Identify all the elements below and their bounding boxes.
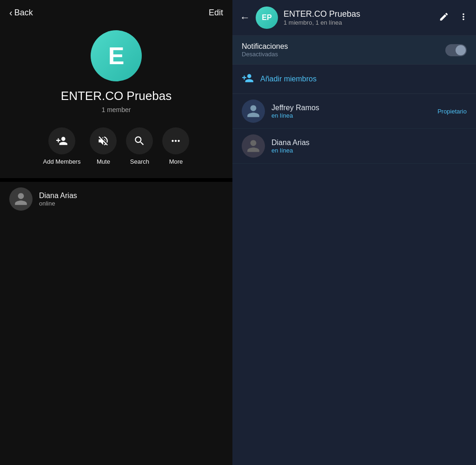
notifications-toggle[interactable] — [445, 44, 467, 56]
add-members-button[interactable]: Add Members — [43, 127, 81, 165]
right-avatar-text: EP — [262, 13, 271, 22]
member-name: Diana Arias — [39, 192, 77, 200]
more-icon — [162, 127, 189, 154]
add-members-label: Añadir miembros — [260, 75, 317, 83]
mute-button[interactable]: Mute — [90, 127, 117, 165]
back-chevron-icon: ‹ — [9, 7, 13, 18]
more-button[interactable]: More — [162, 127, 189, 165]
list-item[interactable]: Diana Arias en línea — [232, 129, 476, 164]
add-members-label: Add Members — [43, 158, 81, 165]
jeffrey-role: Propietario — [437, 108, 467, 115]
jeffrey-avatar — [242, 100, 265, 123]
add-members-row[interactable]: Añadir miembros — [232, 65, 476, 94]
group-avatar: E — [91, 30, 142, 81]
more-label: More — [169, 158, 183, 165]
diana-avatar — [9, 187, 33, 211]
notifications-section: Notificaciones Desactivadas — [232, 35, 476, 65]
jeffrey-name: Jeffrey Ramos — [271, 104, 431, 112]
right-panel: ← EP ENTER.CO Pruebas 1 miembro, 1 en lí… — [232, 0, 476, 465]
avatar-letter: E — [108, 42, 125, 70]
pencil-icon[interactable] — [439, 12, 449, 24]
right-header: ← EP ENTER.CO Pruebas 1 miembro, 1 en lí… — [232, 0, 476, 35]
group-name: ENTER.CO Pruebas — [61, 89, 172, 103]
divider — [0, 178, 232, 182]
left-panel: ‹ Back Edit E ENTER.CO Pruebas 1 member … — [0, 0, 232, 465]
member-status: online — [39, 200, 77, 207]
back-label: Back — [14, 8, 33, 18]
toggle-knob — [456, 45, 466, 55]
search-button[interactable]: Search — [126, 127, 153, 165]
right-header-icons — [439, 12, 469, 24]
jeffrey-status: en línea — [271, 112, 431, 119]
diana-name: Diana Arias — [271, 139, 467, 147]
jeffrey-info: Jeffrey Ramos en línea — [271, 104, 431, 119]
more-vertical-icon[interactable] — [458, 12, 469, 24]
right-group-avatar: EP — [256, 7, 278, 29]
back-arrow-button[interactable]: ← — [240, 12, 250, 24]
edit-button[interactable]: Edit — [209, 8, 223, 18]
diana-avatar-right — [242, 134, 265, 158]
notifications-info: Notificaciones Desactivadas — [242, 42, 288, 58]
notifications-title: Notificaciones — [242, 42, 288, 51]
notifications-sub: Desactivadas — [242, 51, 288, 58]
mute-icon — [90, 127, 117, 154]
list-item[interactable]: Diana Arias online — [0, 182, 232, 216]
mute-label: Mute — [97, 158, 110, 165]
search-icon — [126, 127, 153, 154]
search-label: Search — [130, 158, 149, 165]
member-count: 1 member — [101, 106, 131, 113]
right-group-sub: 1 miembro, 1 en línea — [284, 19, 433, 26]
right-header-info: ENTER.CO Pruebas 1 miembro, 1 en línea — [284, 9, 433, 26]
diana-info: Diana Arias en línea — [271, 139, 467, 154]
list-item[interactable]: Jeffrey Ramos en línea Propietario — [232, 94, 476, 129]
action-buttons: Add Members Mute Search — [0, 127, 232, 165]
left-header: ‹ Back Edit — [0, 0, 232, 26]
back-button[interactable]: ‹ Back — [9, 7, 33, 18]
right-group-name: ENTER.CO Pruebas — [284, 9, 433, 19]
member-info: Diana Arias online — [39, 192, 77, 207]
add-member-icon — [242, 72, 254, 86]
diana-status: en línea — [271, 147, 467, 154]
add-members-icon — [48, 127, 75, 154]
